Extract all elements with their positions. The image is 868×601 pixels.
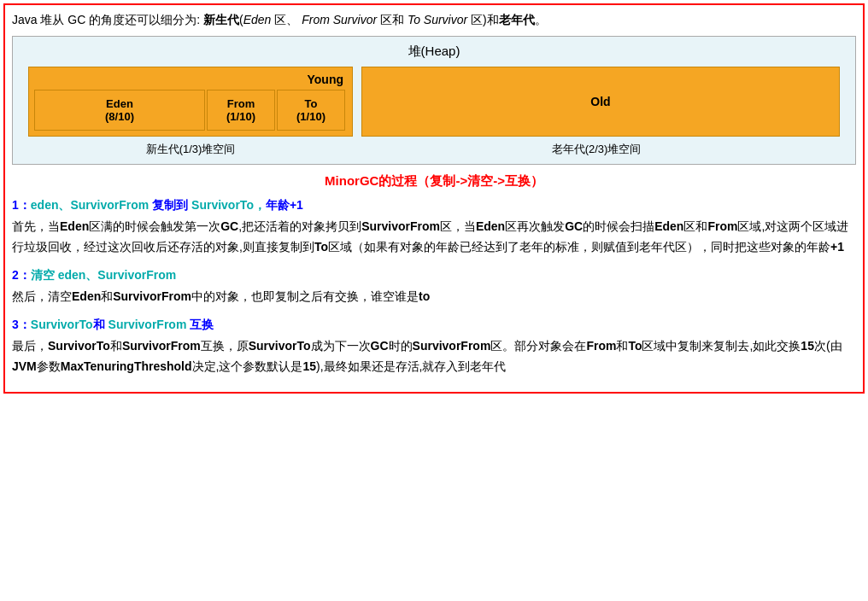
step2-title: 2：清空 eden、SurvivorFrom: [12, 268, 856, 283]
eden-size: (8/10): [38, 110, 201, 123]
intro-from: From Survivor: [302, 13, 377, 26]
step1-num: 1：: [12, 198, 31, 212]
step3-cyan2: SurvivorFrom: [108, 318, 187, 331]
intro-mid1: 区、: [271, 13, 302, 26]
step1-section: 1：eden、SurvivorFrom 复制到 SurvivorTo，年龄+1 …: [12, 198, 856, 258]
from-box: From (1/10): [207, 90, 275, 131]
minor-gc-title: MinorGC的过程（复制->清空->互换）: [12, 173, 856, 190]
step3-section: 3：SurvivorTo和 SurvivorFrom 互换 最后，Survivo…: [12, 318, 856, 377]
intro-to: To Survivor: [408, 13, 467, 26]
young-sub-sections: Eden (8/10) From (1/10) To (1/10): [34, 90, 347, 131]
step3-body: 最后，SurvivorTo和SurvivorFrom互换，原SurvivorTo…: [12, 336, 856, 377]
step2-cyan: 清空 eden、SurvivorFrom: [31, 268, 176, 282]
young-gen-desc: 新生代(1/3)堆空间: [28, 142, 353, 157]
step1-age: 年龄+1: [266, 198, 303, 212]
step1-to: SurvivorTo，: [191, 198, 266, 212]
intro-before: Java 堆从 GC 的角度还可以细分为:: [12, 13, 203, 26]
intro-new-gen: 新生代: [203, 13, 239, 26]
step2-section: 2：清空 eden、SurvivorFrom 然后，清空Eden和Survivo…: [12, 268, 856, 307]
intro-old-gen: 老年代: [499, 13, 535, 26]
step3-num: 3：: [12, 318, 31, 331]
heap-title: 堆(Heap): [20, 44, 848, 60]
step3-end: 互换: [186, 318, 214, 331]
heap-sections: Young Eden (8/10) From (1/10) To (1/10): [20, 67, 848, 137]
eden-label: Eden: [38, 97, 201, 110]
step1-body: 首先，当Eden区满的时候会触发第一次GC,把还活着的对象拷贝到Survivor…: [12, 217, 856, 258]
from-size: (1/10): [211, 110, 271, 123]
intro-mid3: 区)和: [467, 13, 499, 26]
young-gen-box: Young Eden (8/10) From (1/10) To (1/10): [28, 67, 353, 137]
step3-cyan: SurvivorTo: [31, 318, 93, 331]
step2-body: 然后，清空Eden和SurvivorFrom中的对象，也即复制之后有交换，谁空谁…: [12, 287, 856, 307]
to-box: To (1/10): [277, 90, 345, 131]
main-container: Java 堆从 GC 的角度还可以细分为: 新生代(Eden 区、 From S…: [3, 3, 865, 394]
step3-mid: 和: [93, 318, 108, 331]
intro-text: Java 堆从 GC 的角度还可以细分为: 新生代(Eden 区、 From S…: [12, 10, 856, 29]
heap-labels: 新生代(1/3)堆空间 老年代(2/3)堆空间: [20, 142, 848, 157]
step1-mid: 复制到: [149, 198, 191, 212]
young-gen-label: Young: [34, 73, 347, 86]
step3-title: 3：SurvivorTo和 SurvivorFrom 互换: [12, 318, 856, 333]
intro-mid2: 区和: [377, 13, 408, 26]
eden-box: Eden (8/10): [34, 90, 205, 131]
intro-eden: Eden: [243, 13, 272, 26]
old-gen-box: Old: [361, 67, 840, 137]
step1-title: 1：eden、SurvivorFrom 复制到 SurvivorTo，年龄+1: [12, 198, 856, 213]
to-size: (1/10): [281, 110, 341, 123]
step2-num: 2：: [12, 268, 31, 282]
intro-end: 。: [535, 13, 547, 26]
from-label: From: [211, 97, 271, 110]
to-label: To: [281, 97, 341, 110]
old-gen-desc: 老年代(2/3)堆空间: [353, 142, 840, 157]
heap-diagram: 堆(Heap) Young Eden (8/10) From (1/10) To: [12, 36, 856, 165]
old-gen-label: Old: [590, 95, 610, 108]
step1-eden: eden、SurvivorFrom: [31, 198, 149, 212]
